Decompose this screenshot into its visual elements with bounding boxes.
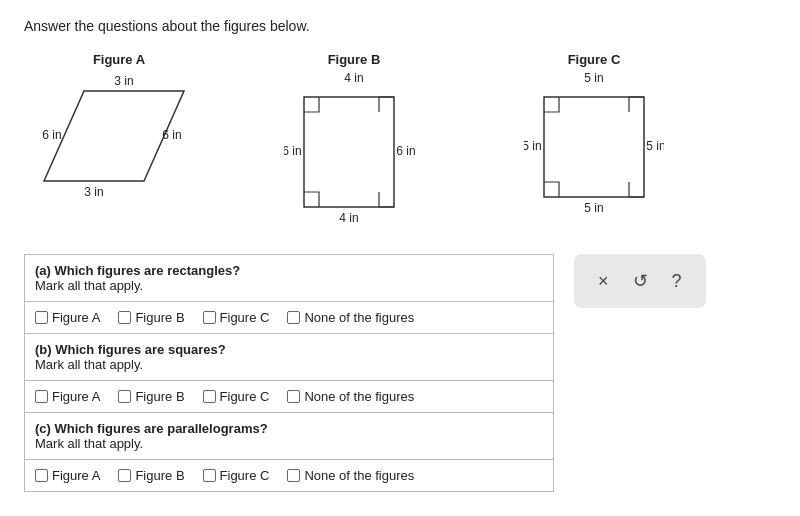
checkbox-a-0[interactable] xyxy=(35,311,48,324)
checkbox-c-3[interactable] xyxy=(287,469,300,482)
figure-b-label: Figure B xyxy=(328,52,381,67)
figure-a-label: Figure A xyxy=(93,52,145,67)
question-b-option-1[interactable]: Figure B xyxy=(118,389,184,404)
question-c-option-3[interactable]: None of the figures xyxy=(287,468,414,483)
questions-wrapper: (a) Which figures are rectangles?Mark al… xyxy=(24,254,776,492)
option-label-b-3: None of the figures xyxy=(304,389,414,404)
option-label-b-0: Figure A xyxy=(52,389,100,404)
checkbox-c-2[interactable] xyxy=(203,469,216,482)
option-label-c-1: Figure B xyxy=(135,468,184,483)
questions-table: (a) Which figures are rectangles?Mark al… xyxy=(24,254,554,492)
option-label-a-0: Figure A xyxy=(52,310,100,325)
question-a-header: (a) Which figures are rectangles?Mark al… xyxy=(25,255,554,302)
question-c-header: (c) Which figures are parallelograms?Mar… xyxy=(25,413,554,460)
question-b-header: (b) Which figures are squares?Mark all t… xyxy=(25,334,554,381)
question-c-option-2[interactable]: Figure C xyxy=(203,468,270,483)
svg-text:5 in: 5 in xyxy=(524,139,542,153)
svg-text:5 in: 5 in xyxy=(584,201,603,215)
option-label-a-1: Figure B xyxy=(135,310,184,325)
checkbox-b-3[interactable] xyxy=(287,390,300,403)
figure-c-label: Figure C xyxy=(568,52,621,67)
figure-a-area: 3 in 6 in 6 in 3 in xyxy=(34,71,204,204)
figure-a-svg: 3 in 6 in 6 in 3 in xyxy=(34,71,204,201)
checkbox-a-2[interactable] xyxy=(203,311,216,324)
undo-button[interactable]: ↺ xyxy=(627,268,654,294)
figures-row: Figure A 3 in 6 in 6 in 3 in Figure B 4 … xyxy=(24,52,776,230)
figure-c-svg: 5 in 5 in 5 in xyxy=(524,87,664,227)
svg-text:6 in: 6 in xyxy=(42,128,61,142)
question-a-option-2[interactable]: Figure C xyxy=(203,310,270,325)
checkbox-a-3[interactable] xyxy=(287,311,300,324)
figure-c-sublabel: 5 in xyxy=(584,71,603,85)
option-label-c-2: Figure C xyxy=(220,468,270,483)
question-a-option-0[interactable]: Figure A xyxy=(35,310,100,325)
question-b-options: Figure AFigure BFigure CNone of the figu… xyxy=(25,381,554,413)
help-button[interactable]: ? xyxy=(666,269,688,294)
svg-text:3 in: 3 in xyxy=(84,185,103,199)
question-a-option-3[interactable]: None of the figures xyxy=(287,310,414,325)
option-label-c-0: Figure A xyxy=(52,468,100,483)
action-buttons-row: × ↺ ? xyxy=(592,268,688,294)
checkbox-b-1[interactable] xyxy=(118,390,131,403)
svg-rect-5 xyxy=(304,97,394,207)
svg-text:5 in: 5 in xyxy=(646,139,664,153)
svg-text:6 in: 6 in xyxy=(396,144,415,158)
svg-text:6 in: 6 in xyxy=(162,128,181,142)
svg-text:6 in: 6 in xyxy=(284,144,302,158)
checkbox-a-1[interactable] xyxy=(118,311,131,324)
figure-b-area: 6 in 6 in 4 in xyxy=(284,87,424,230)
option-label-b-2: Figure C xyxy=(220,389,270,404)
question-c-options: Figure AFigure BFigure CNone of the figu… xyxy=(25,460,554,492)
checkbox-c-1[interactable] xyxy=(118,469,131,482)
question-a-option-1[interactable]: Figure B xyxy=(118,310,184,325)
question-c-option-1[interactable]: Figure B xyxy=(118,468,184,483)
question-b-option-0[interactable]: Figure A xyxy=(35,389,100,404)
instructions-text: Answer the questions about the figures b… xyxy=(24,18,776,34)
option-label-a-3: None of the figures xyxy=(304,310,414,325)
svg-text:3 in: 3 in xyxy=(114,74,133,88)
figure-b-svg: 6 in 6 in 4 in xyxy=(284,87,424,227)
figure-b-container: Figure B 4 in 6 in 6 in 4 in xyxy=(284,52,424,230)
question-b-option-2[interactable]: Figure C xyxy=(203,389,270,404)
question-a-options: Figure AFigure BFigure CNone of the figu… xyxy=(25,302,554,334)
checkbox-b-0[interactable] xyxy=(35,390,48,403)
question-c-option-0[interactable]: Figure A xyxy=(35,468,100,483)
action-buttons-panel: × ↺ ? xyxy=(574,254,706,308)
svg-text:4 in: 4 in xyxy=(339,211,358,225)
option-label-b-1: Figure B xyxy=(135,389,184,404)
figure-c-container: Figure C 5 in 5 in 5 in 5 in xyxy=(524,52,664,230)
close-button[interactable]: × xyxy=(592,269,615,294)
option-label-c-3: None of the figures xyxy=(304,468,414,483)
figure-b-sublabel: 4 in xyxy=(344,71,363,85)
checkbox-c-0[interactable] xyxy=(35,469,48,482)
figure-a-container: Figure A 3 in 6 in 6 in 3 in xyxy=(34,52,204,204)
figure-c-area: 5 in 5 in 5 in xyxy=(524,87,664,230)
checkbox-b-2[interactable] xyxy=(203,390,216,403)
option-label-a-2: Figure C xyxy=(220,310,270,325)
question-b-option-3[interactable]: None of the figures xyxy=(287,389,414,404)
